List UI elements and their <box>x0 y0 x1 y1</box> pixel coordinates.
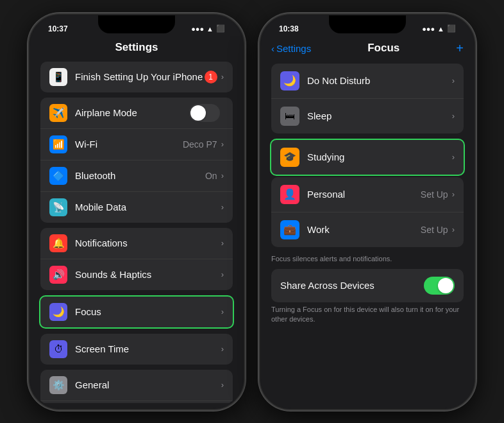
personal-label: Personal <box>307 189 421 200</box>
dnd-icon: 🌙 <box>280 71 299 91</box>
battery-icon: ⬛ <box>216 24 225 33</box>
general-chevron: › <box>221 380 224 390</box>
screen-time-label: Screen Time <box>75 343 221 354</box>
focus-chevron: › <box>221 307 224 316</box>
personal-chevron: › <box>452 189 455 199</box>
wifi-row[interactable]: 📶 Wi-Fi Deco P7 › <box>40 129 233 160</box>
control-centre-row[interactable]: 🔲 Control Centre › <box>40 401 233 403</box>
focus-page-title: Focus <box>367 42 399 55</box>
sounds-chevron: › <box>221 270 224 279</box>
studying-label: Studying <box>307 151 452 162</box>
general-section: ⚙️ General › 🔲 Control Centre › ☀️ Displ… <box>40 370 233 403</box>
back-chevron-icon: ‹ <box>271 43 274 54</box>
airplane-mode-row[interactable]: ✈️ Airplane Mode <box>40 98 233 129</box>
alerts-section: 🔔 Notifications › 🔊 Sounds & Haptics › <box>40 228 233 290</box>
focus-highlight-container: 🌙 Focus › <box>39 295 234 329</box>
personal-value: Set Up <box>421 189 448 200</box>
share-row[interactable]: Share Across Devices <box>271 269 464 302</box>
airplane-label: Airplane Mode <box>75 107 189 118</box>
toggle-knob <box>438 278 453 293</box>
notifications-label: Notifications <box>75 237 221 248</box>
wifi-chevron: › <box>221 139 224 149</box>
status-icons-right: ●●● ▲ ⬛ <box>422 24 456 33</box>
focus-nav-header: ‹ Settings Focus + <box>261 36 474 64</box>
mobile-data-row[interactable]: 📡 Mobile Data › <box>40 192 233 223</box>
work-value: Set Up <box>421 225 448 235</box>
general-icon: ⚙️ <box>49 376 67 394</box>
network-section: ✈️ Airplane Mode 📶 Wi-Fi Deco P7 › 🔷 <box>40 98 233 223</box>
share-toggle[interactable] <box>424 277 455 295</box>
time-right: 10:38 <box>279 24 299 33</box>
notifications-row[interactable]: 🔔 Notifications › <box>40 228 233 259</box>
general-row[interactable]: ⚙️ General › <box>40 370 233 401</box>
mobile-data-icon: 📡 <box>49 198 67 216</box>
status-icons-left: ●●● ▲ ⬛ <box>191 24 225 33</box>
work-label: Work <box>307 224 421 235</box>
finish-badge: 1 <box>205 71 217 83</box>
sounds-row[interactable]: 🔊 Sounds & Haptics › <box>40 259 233 290</box>
general-label: General <box>75 379 221 390</box>
back-label: Settings <box>276 43 311 54</box>
airplane-toggle[interactable] <box>189 104 220 122</box>
bluetooth-value: On <box>205 171 217 181</box>
settings-title: Settings <box>30 36 243 62</box>
sleep-chevron: › <box>452 111 455 121</box>
setup-icon: 📱 <box>49 68 67 86</box>
mobile-data-label: Mobile Data <box>75 202 221 212</box>
notch-right <box>329 15 406 33</box>
add-focus-button[interactable]: + <box>456 41 464 56</box>
wifi-value: Deco P7 <box>183 139 217 150</box>
sounds-label: Sounds & Haptics <box>75 269 221 280</box>
screen-time-row[interactable]: ⏱ Screen Time › <box>40 334 233 365</box>
screen-time-icon: ⏱ <box>49 340 67 358</box>
left-phone: 10:37 ●●● ▲ ⬛ Settings 📱 Finish Setting … <box>28 13 246 411</box>
work-row[interactable]: 💼 Work Set Up › <box>271 212 464 247</box>
signal-icon: ●●● <box>191 25 204 33</box>
back-button[interactable]: ‹ Settings <box>271 43 311 54</box>
wifi-status-icon-right: ▲ <box>437 25 444 33</box>
time-left: 10:37 <box>48 24 68 33</box>
share-note: Turning a Focus on for this device will … <box>261 302 474 331</box>
sleep-label: Sleep <box>307 110 452 121</box>
personal-icon: 👤 <box>280 185 299 204</box>
sleep-row[interactable]: 🛏 Sleep › <box>271 99 464 134</box>
signal-icon-right: ●●● <box>422 25 435 33</box>
mobile-data-chevron: › <box>221 202 224 212</box>
wifi-status-icon: ▲ <box>206 25 214 33</box>
focus-label: Focus <box>75 306 221 317</box>
focus-screen: ‹ Settings Focus + 🌙 Do Not Disturb › 🛏 <box>261 36 474 403</box>
focus-row[interactable]: 🌙 Focus › <box>40 297 233 327</box>
finish-setup-row[interactable]: 📱 Finish Setting Up Your iPhone 1 › <box>40 62 233 92</box>
notifications-chevron: › <box>221 238 224 248</box>
dnd-sleep-section: 🌙 Do Not Disturb › 🛏 Sleep › <box>271 64 464 134</box>
bluetooth-label: Bluetooth <box>75 170 205 181</box>
wifi-label: Wi-Fi <box>75 139 183 150</box>
focus-section-note: Focus silences alerts and notifications. <box>261 252 474 269</box>
personal-row[interactable]: 👤 Personal Set Up › <box>271 177 464 212</box>
studying-row[interactable]: 🎓 Studying › <box>271 140 464 175</box>
airplane-icon: ✈️ <box>49 104 67 122</box>
personal-work-section: 👤 Personal Set Up › 💼 Work Set Up › <box>271 177 464 247</box>
studying-highlight-container: 🎓 Studying › <box>270 139 465 176</box>
work-icon: 💼 <box>280 220 299 239</box>
notifications-icon: 🔔 <box>49 234 67 252</box>
bluetooth-row[interactable]: 🔷 Bluetooth On › <box>40 160 233 192</box>
work-chevron: › <box>452 225 455 234</box>
bluetooth-icon: 🔷 <box>49 167 67 185</box>
studying-icon: 🎓 <box>280 148 299 167</box>
sounds-icon: 🔊 <box>49 266 67 284</box>
right-phone: 10:38 ●●● ▲ ⬛ ‹ Settings Focus + <box>258 13 476 411</box>
finish-chevron: › <box>221 72 224 82</box>
settings-screen: Settings 📱 Finish Setting Up Your iPhone… <box>30 36 243 403</box>
finish-setup-label: Finish Setting Up Your iPhone <box>75 71 205 82</box>
wifi-icon: 📶 <box>49 135 67 153</box>
sleep-icon: 🛏 <box>280 107 299 126</box>
do-not-disturb-row[interactable]: 🌙 Do Not Disturb › <box>271 64 464 99</box>
setup-section: 📱 Finish Setting Up Your iPhone 1 › <box>40 62 233 92</box>
screen-time-chevron: › <box>221 344 224 354</box>
dnd-label: Do Not Disturb <box>307 75 452 86</box>
battery-icon-right: ⬛ <box>447 24 456 33</box>
bluetooth-chevron: › <box>221 171 224 180</box>
share-label: Share Across Devices <box>280 280 424 291</box>
notch <box>98 15 175 33</box>
